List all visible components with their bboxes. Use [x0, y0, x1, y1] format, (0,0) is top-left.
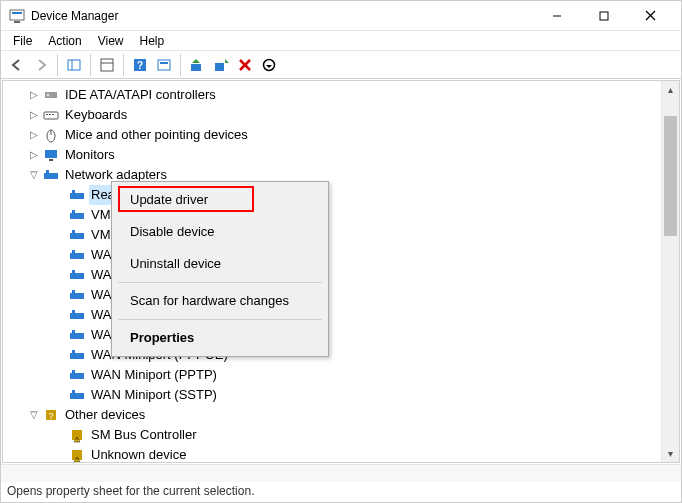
- tree-node-ide[interactable]: ▷IDE ATA/ATAPI controllers: [9, 85, 661, 105]
- tree-item-network-adapter[interactable]: WAN Miniport (PPTP): [9, 365, 661, 385]
- forward-button[interactable]: [29, 53, 53, 77]
- uninstall-button[interactable]: [233, 53, 257, 77]
- tree-item-network-adapter[interactable]: WA: [9, 305, 661, 325]
- tree-item-network-adapter[interactable]: WA: [9, 265, 661, 285]
- vertical-scrollbar[interactable]: ▴ ▾: [661, 81, 679, 462]
- close-button[interactable]: [628, 2, 673, 30]
- keyboard-icon: [43, 107, 59, 123]
- tree-item-label: WAN Miniport (PPTP): [89, 365, 219, 385]
- svg-rect-49: [72, 350, 75, 353]
- tree-item-network-adapter[interactable]: WAN Miniport (SSTP): [9, 385, 661, 405]
- svg-rect-40: [70, 273, 84, 279]
- svg-rect-24: [49, 114, 51, 115]
- context-menu-properties[interactable]: Properties: [114, 322, 326, 354]
- svg-rect-7: [68, 60, 80, 70]
- horizontal-scrollbar[interactable]: [1, 464, 681, 482]
- svg-rect-48: [70, 353, 84, 359]
- svg-rect-25: [52, 114, 54, 115]
- tree-item-network-adapter[interactable]: WA: [9, 245, 661, 265]
- tree-item-network-adapter[interactable]: VM: [9, 225, 661, 245]
- minimize-button[interactable]: [534, 2, 579, 30]
- svg-rect-36: [70, 233, 84, 239]
- svg-rect-50: [70, 373, 84, 379]
- scroll-thumb[interactable]: [664, 116, 677, 236]
- back-button[interactable]: [5, 53, 29, 77]
- network-adapter-icon: [69, 387, 85, 403]
- expand-icon[interactable]: ▷: [27, 105, 41, 125]
- window-title: Device Manager: [31, 9, 534, 23]
- svg-text:?: ?: [137, 60, 143, 71]
- svg-rect-45: [72, 310, 75, 313]
- network-adapter-icon: [69, 327, 85, 343]
- context-menu-disable-device[interactable]: Disable device: [114, 216, 326, 248]
- tree-item-label: SM Bus Controller: [89, 425, 198, 445]
- collapse-icon[interactable]: ▽: [27, 405, 41, 425]
- scan-hardware-button[interactable]: [209, 53, 233, 77]
- svg-rect-14: [160, 62, 168, 64]
- tree-node-other-devices[interactable]: ▽?Other devices: [9, 405, 661, 425]
- expand-icon[interactable]: ▷: [27, 85, 41, 105]
- svg-rect-41: [72, 270, 75, 273]
- network-adapter-icon: [69, 267, 85, 283]
- svg-point-21: [47, 94, 50, 97]
- collapse-icon[interactable]: ▽: [27, 165, 41, 185]
- disable-button[interactable]: [257, 53, 281, 77]
- context-menu-separator: [118, 319, 322, 320]
- tree-item-label: VM: [89, 205, 113, 225]
- tree-item-network-adapter[interactable]: VM: [9, 205, 661, 225]
- context-menu-update-driver[interactable]: Update driver: [114, 184, 326, 216]
- context-menu-scan-hardware[interactable]: Scan for hardware changes: [114, 285, 326, 317]
- tree-node-keyboards[interactable]: ▷Keyboards: [9, 105, 661, 125]
- menu-help[interactable]: Help: [132, 32, 173, 50]
- svg-rect-33: [72, 190, 75, 193]
- expand-icon[interactable]: ▷: [27, 145, 41, 165]
- device-manager-icon: [9, 8, 25, 24]
- tree-item-network-adapter[interactable]: WAN Miniport (Network Monitor): [9, 325, 661, 345]
- tree-item-network-adapter[interactable]: Rea: [9, 185, 661, 205]
- tree-item-label: WA: [89, 285, 113, 305]
- tree-item-label: WA: [89, 265, 113, 285]
- network-adapter-icon: [69, 187, 85, 203]
- svg-text:?: ?: [48, 411, 53, 421]
- properties-button[interactable]: [95, 53, 119, 77]
- status-text: Opens property sheet for the current sel…: [7, 484, 254, 498]
- svg-rect-28: [45, 150, 57, 158]
- scroll-down-icon[interactable]: ▾: [662, 445, 679, 462]
- tree-node-mice[interactable]: ▷Mice and other pointing devices: [9, 125, 661, 145]
- svg-rect-53: [72, 390, 75, 393]
- context-menu-uninstall-device[interactable]: Uninstall device: [114, 248, 326, 280]
- context-menu: Update driver Disable device Uninstall d…: [111, 181, 329, 357]
- menu-file[interactable]: File: [5, 32, 40, 50]
- tree-node-monitors[interactable]: ▷Monitors: [9, 145, 661, 165]
- controller-icon: [43, 87, 59, 103]
- warning-device-icon: !: [69, 447, 85, 462]
- device-tree[interactable]: ▷IDE ATA/ATAPI controllers ▷Keyboards ▷M…: [3, 81, 661, 462]
- maximize-button[interactable]: [581, 2, 626, 30]
- svg-rect-2: [14, 21, 20, 23]
- tree-item-other-device[interactable]: !SM Bus Controller: [9, 425, 661, 445]
- svg-rect-34: [70, 213, 84, 219]
- svg-rect-4: [600, 12, 608, 20]
- network-adapter-icon: [69, 287, 85, 303]
- tree-item-other-device[interactable]: !Unknown device: [9, 445, 661, 462]
- tree-node-network-adapters[interactable]: ▽Network adapters: [9, 165, 661, 185]
- scroll-up-icon[interactable]: ▴: [662, 81, 679, 98]
- help-button[interactable]: ?: [128, 53, 152, 77]
- expand-icon[interactable]: ▷: [27, 125, 41, 145]
- network-adapter-icon: [43, 167, 59, 183]
- action-button[interactable]: [152, 53, 176, 77]
- menu-view[interactable]: View: [90, 32, 132, 50]
- tree-item-network-adapter[interactable]: WA: [9, 285, 661, 305]
- network-adapter-icon: [69, 207, 85, 223]
- update-driver-button[interactable]: [185, 53, 209, 77]
- content-area: ▷IDE ATA/ATAPI controllers ▷Keyboards ▷M…: [2, 80, 680, 463]
- other-device-icon: ?: [43, 407, 59, 423]
- svg-rect-31: [46, 170, 49, 173]
- mouse-icon: [43, 127, 59, 143]
- titlebar: Device Manager: [1, 1, 681, 31]
- svg-rect-0: [10, 10, 24, 20]
- tree-item-network-adapter[interactable]: WAN Miniport (PPPOE): [9, 345, 661, 365]
- menu-action[interactable]: Action: [40, 32, 89, 50]
- show-hide-tree-button[interactable]: [62, 53, 86, 77]
- svg-rect-39: [72, 250, 75, 253]
